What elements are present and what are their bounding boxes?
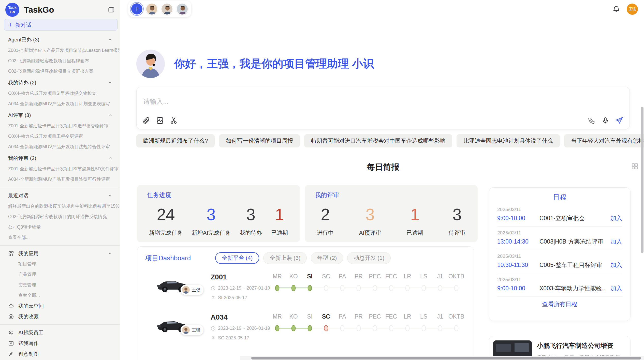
milestone-label: SC (318, 273, 334, 282)
suggestion-chip[interactable]: 比亚迪全固态电池计划具体说了什么 (457, 134, 560, 147)
project-image: 王强 (153, 273, 191, 301)
stat-label: 待评审 (449, 229, 465, 237)
send-icon[interactable] (615, 116, 623, 125)
milestone-dot (389, 325, 393, 331)
session-avatar[interactable] (146, 3, 158, 15)
view-all-schedule-link[interactable]: 查看所有日程 (497, 297, 622, 308)
sidebar-item-ai-super-staff[interactable]: AI超级员工 (0, 327, 120, 338)
owner-avatar (182, 286, 190, 294)
greeting: 你好，王强，我是你的项目管理助理 小识 (136, 50, 374, 78)
plus-icon: + (8, 21, 12, 29)
sidebar-item-label: 我的云空间 (18, 303, 44, 309)
join-link[interactable]: 加入 (610, 214, 622, 222)
project-owner-badge: 王强 (181, 325, 203, 335)
dashboard-tab[interactable]: 年型 (2) (311, 252, 343, 264)
milestone: PEC (367, 273, 383, 294)
recent-conversation-item[interactable]: 解释最新出台的欧盟报废车法规再生塑料比例被调至15%... (0, 201, 120, 212)
milestone-label: KO (285, 313, 302, 322)
app-sub-item[interactable]: 产品管理 (0, 269, 120, 280)
suggestion-chip[interactable]: 特朗普可能对进口汽车增税会对中国车企造成哪些影响 (304, 134, 452, 147)
milestone-timeline: MR KO SI (269, 273, 464, 294)
milestone: LR (399, 313, 416, 334)
suggestion-chip[interactable]: 当下年轻人对汽车外观有怎样的喜好趋势 (564, 134, 644, 147)
vertical-scrollbar-thumb[interactable] (641, 107, 643, 253)
section-count: (2) (30, 80, 36, 86)
chat-input-box[interactable]: 请输入... (136, 87, 630, 129)
milestone: FEC (383, 273, 399, 294)
sidebar-section-ai-review[interactable]: AI评审 (3) (0, 110, 120, 121)
dashboard-tab[interactable]: 动总开发 (1) (347, 252, 391, 264)
sidebar-item-my-apps[interactable]: 我的应用 (0, 248, 120, 259)
schedule-date: 2025/03/11 (497, 230, 622, 236)
milestone-label: SI (302, 273, 318, 282)
conversation-item[interactable]: Z001-全新燃油皮卡产品开发项目SI节点Lesson Learn报告 (0, 45, 120, 56)
clock-icon (211, 326, 216, 331)
project-milestone-date: SI-2025-05-17 (218, 295, 247, 301)
stat: 3 我的待办 (240, 204, 262, 237)
session-avatar[interactable] (161, 3, 173, 15)
paperclip-icon[interactable] (142, 116, 150, 125)
stat-value: 1 (271, 204, 288, 226)
suggestion-chip[interactable]: 欧洲新规最近颁布了什么? (136, 134, 215, 147)
layout-grid-icon[interactable] (631, 163, 638, 170)
milestone: SC (318, 273, 334, 294)
sidebar-item-help-me-write[interactable]: 帮我写作 (0, 338, 120, 349)
sidebar-section-my-review[interactable]: 我的评审 (2) (0, 153, 120, 164)
schedule-time: 9:00-10:00 (497, 285, 535, 292)
conversation-item[interactable]: A034-全新新能源MUV产品开发项目造型可行性评审 (0, 174, 120, 185)
suggestion-chip[interactable]: 如何写一份清晰的项目周报 (219, 134, 300, 147)
milestone-label: FEC (383, 313, 399, 322)
app-sub-item[interactable]: 变更管理 (0, 280, 120, 290)
milestone-dot (324, 325, 328, 331)
conversation-item[interactable]: C0X4-动力总成开发项目SI里程碑提交物检查 (0, 88, 120, 99)
mic-icon[interactable] (602, 117, 609, 124)
join-link[interactable]: 加入 (610, 238, 622, 246)
stat: 3 待评审 (449, 204, 465, 237)
app-sub-item[interactable]: 查看全部... (0, 290, 120, 301)
conversation-item[interactable]: Z001-全新燃油轻卡产品开发项目SI造型提交物评审 (0, 121, 120, 131)
sidebar-section-my-todo[interactable]: 我的待办 (2) (0, 77, 120, 88)
project-row-a034[interactable]: 王强 A034 2023-12-19 ~ 2026-01-19 SC-2025-… (137, 313, 474, 346)
phone-icon[interactable] (588, 117, 595, 124)
project-row-z001[interactable]: 王强 Z001 2023-12-19 ~ 2027-01-19 SI-2025-… (137, 273, 474, 306)
image-icon[interactable] (156, 116, 164, 125)
recent-conversation-item[interactable]: 公司Q3轻卡销量 (0, 222, 120, 232)
add-session-button[interactable]: + (131, 3, 142, 14)
schedule-date: 2025/03/11 (497, 253, 622, 259)
conversation-item[interactable]: C0X4-动力总成开发项目工程变更评审 (0, 131, 120, 142)
panel-collapse-icon[interactable] (108, 6, 115, 13)
conversation-item[interactable]: A034-全新新能源MUV产品开发项目计划变更表编写 (0, 99, 120, 109)
horizontal-scrollbar-thumb[interactable] (251, 357, 641, 359)
sidebar-item-creative-drawing[interactable]: 创意制图 (0, 349, 120, 359)
milestone-label: PR (350, 273, 367, 282)
conversation-item[interactable]: A034-全新新能源MUV产品开发项目法规符合性评审 (0, 142, 120, 152)
milestone: J1 (432, 273, 448, 294)
sidebar-item-cloud-space[interactable]: 我的云空间 (0, 301, 120, 311)
milestone-label: LS (416, 273, 432, 282)
sidebar-section-agent-done[interactable]: Agent已办 (3) (0, 34, 120, 45)
conversation-item[interactable]: Z001-全新燃油轻卡产品开发项目SI节点属性5D文件评审 (0, 164, 120, 174)
conversation-item[interactable]: C02-飞腾新能源轻客改款项目立项汇报方案 (0, 66, 120, 77)
milestone-label: LS (416, 313, 432, 322)
conversation-item[interactable]: C02-飞腾新能源轻客改款项目里程碑画布 (0, 56, 120, 66)
dashboard-tab[interactable]: 全新平台 (4) (215, 252, 259, 264)
join-link[interactable]: 加入 (610, 261, 622, 269)
recent-conversation-item[interactable]: C02-飞腾新能源轻客改款项目的闭环通告反馈情况 (0, 212, 120, 222)
news-title: 小鹏飞行汽车制造公司增资 (537, 341, 626, 350)
my-review-card: 我的评审 2 进行中 3 AI预评审 1 已逾期 (305, 185, 478, 242)
milestone-dot (308, 285, 312, 291)
session-avatar[interactable] (176, 3, 188, 15)
join-link[interactable]: 加入 (610, 284, 622, 292)
milestone: OKTB (448, 313, 464, 334)
bell-icon[interactable] (612, 5, 620, 13)
app-sub-item[interactable]: 项目管理 (0, 259, 120, 269)
sidebar-section-recent[interactable]: 最近对话 (0, 190, 120, 201)
new-chat-button[interactable]: + 新对话 (4, 19, 118, 31)
dashboard-tab[interactable]: 全新上装 (3) (263, 252, 307, 264)
recent-conversation-item[interactable]: 查看全部... (0, 232, 120, 243)
project-owner-badge: 王强 (181, 285, 203, 295)
new-chat-label: 新对话 (15, 21, 31, 28)
user-avatar[interactable]: 王强 (627, 4, 638, 15)
sidebar-item-favorites[interactable]: 我的收藏 (0, 311, 120, 322)
scissors-icon[interactable] (170, 116, 178, 125)
